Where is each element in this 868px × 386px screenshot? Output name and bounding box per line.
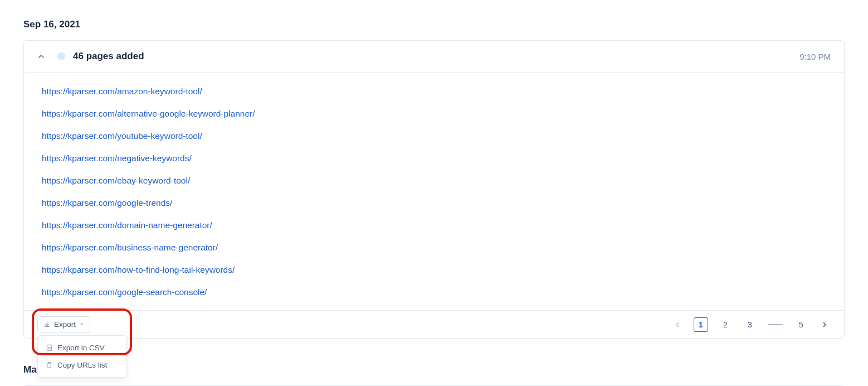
svg-rect-1: [47, 363, 51, 368]
chevron-right-icon: [822, 322, 827, 327]
export-button[interactable]: Export: [37, 316, 90, 332]
page-ellipsis: [768, 324, 783, 325]
url-link[interactable]: https://kparser.com/alternative-google-k…: [42, 103, 826, 125]
url-link[interactable]: https://kparser.com/negative-keywords/: [42, 147, 826, 170]
page-1[interactable]: 1: [694, 317, 708, 332]
chevron-up-icon[interactable]: [37, 52, 45, 60]
svg-rect-0: [47, 345, 51, 350]
caret-down-icon: [79, 322, 84, 327]
summary-time: 9:10 PM: [799, 52, 831, 61]
page-last[interactable]: 5: [794, 317, 808, 332]
page-2[interactable]: 2: [718, 317, 733, 332]
export-csv-item[interactable]: Export in CSV: [38, 339, 126, 356]
export-button-label: Export: [54, 320, 76, 329]
pagination: 1 2 3 5: [671, 317, 831, 332]
url-link[interactable]: https://kparser.com/google-search-consol…: [42, 281, 826, 303]
url-link[interactable]: https://kparser.com/business-name-genera…: [42, 237, 826, 259]
chevron-left-icon: [675, 322, 680, 327]
date-header: Sep 16, 2021: [23, 19, 845, 30]
date-header-secondary: May: [23, 364, 845, 375]
copy-icon: [46, 361, 53, 369]
panel-header: 46 pages added 9:10 PM: [24, 41, 844, 73]
page-next-button[interactable]: [818, 319, 831, 331]
download-icon: [43, 321, 51, 328]
url-link[interactable]: https://kparser.com/amazon-keyword-tool/: [42, 80, 826, 103]
url-link[interactable]: https://kparser.com/how-to-find-long-tai…: [42, 259, 826, 281]
page-prev-button[interactable]: [671, 319, 684, 331]
url-link[interactable]: https://kparser.com/google-trends/: [42, 192, 826, 214]
file-csv-icon: [46, 344, 53, 351]
url-link[interactable]: https://kparser.com/youtube-keyword-tool…: [42, 125, 826, 147]
url-list: https://kparser.com/amazon-keyword-tool/…: [24, 73, 844, 310]
copy-urls-item[interactable]: Copy URLs list: [38, 356, 126, 374]
page-3[interactable]: 3: [743, 317, 757, 332]
copy-urls-label: Copy URLs list: [57, 361, 107, 369]
status-dot-icon: [57, 52, 65, 60]
url-link[interactable]: https://kparser.com/domain-name-generato…: [42, 214, 826, 237]
panel-footer: Export Export in CSV Copy URLs list: [24, 310, 844, 338]
url-link[interactable]: https://kparser.com/ebay-keyword-tool/: [42, 170, 826, 192]
export-menu: Export in CSV Copy URLs list: [37, 335, 126, 378]
export-csv-label: Export in CSV: [57, 344, 105, 352]
changes-panel: 46 pages added 9:10 PM https://kparser.c…: [23, 40, 845, 339]
summary-title: 46 pages added: [73, 51, 799, 62]
